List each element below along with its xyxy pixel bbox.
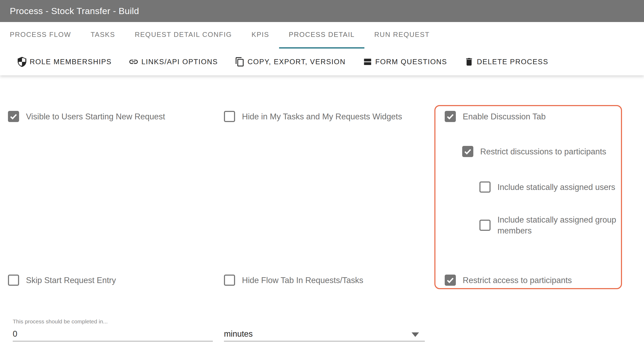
checkbox-include-static-users[interactable]: Include statically assigned users <box>479 181 615 193</box>
links-api-options-label: LINKS/API OPTIONS <box>141 58 218 66</box>
page-title: Process - Stock Transfer - Build <box>10 6 139 16</box>
discussion-highlight-box <box>434 105 622 289</box>
copy-export-version-label: COPY, EXPORT, VERSION <box>248 58 346 66</box>
duration-field-label: This process should be completed in... <box>13 318 108 325</box>
checkbox[interactable] <box>462 146 473 157</box>
checkbox[interactable] <box>479 181 491 193</box>
check-icon <box>446 276 455 285</box>
tab-tasks[interactable]: TASKS <box>81 22 125 49</box>
checkbox-hide-in-widgets[interactable]: Hide in My Tasks and My Requests Widgets <box>224 111 402 122</box>
shield-icon <box>17 57 27 67</box>
checkbox[interactable] <box>8 111 19 122</box>
toolbar: ROLE MEMBERSHIPS LINKS/API OPTIONS COPY,… <box>0 49 644 75</box>
checkbox[interactable] <box>479 220 491 231</box>
checkbox-restrict-discussions[interactable]: Restrict discussions to participants <box>462 146 606 157</box>
duration-unit-select[interactable]: minutes <box>224 327 425 341</box>
checkbox-restrict-access[interactable]: Restrict access to participants <box>445 275 572 286</box>
tab-run-request[interactable]: RUN REQUEST <box>364 22 439 49</box>
tab-process-detail[interactable]: PROCESS DETAIL <box>279 22 365 49</box>
check-icon <box>446 112 455 121</box>
links-api-options-button[interactable]: LINKS/API OPTIONS <box>129 57 218 67</box>
link-icon <box>129 57 139 67</box>
checkbox-label: Visible to Users Starting New Request <box>26 111 165 122</box>
form-questions-label: FORM QUESTIONS <box>375 58 447 66</box>
check-icon <box>9 112 18 121</box>
checkbox-visible-to-users[interactable]: Visible to Users Starting New Request <box>8 111 165 122</box>
tab-bar: PROCESS FLOW TASKS REQUEST DETAIL CONFIG… <box>0 22 644 49</box>
tab-process-flow[interactable]: PROCESS FLOW <box>0 22 81 49</box>
tab-kpis[interactable]: KPIS <box>242 22 279 49</box>
delete-process-button[interactable]: DELETE PROCESS <box>464 57 548 67</box>
copy-export-version-button[interactable]: COPY, EXPORT, VERSION <box>235 57 346 67</box>
checkbox-include-static-groups[interactable]: Include statically assigned group member… <box>479 214 623 236</box>
checkbox-label: Include statically assigned users <box>497 182 615 193</box>
checkbox-label: Skip Start Request Entry <box>26 275 116 286</box>
check-icon <box>463 147 472 156</box>
copy-icon <box>235 57 245 67</box>
checkbox-label: Hide Flow Tab In Requests/Tasks <box>242 275 363 286</box>
checkbox-skip-start-request[interactable]: Skip Start Request Entry <box>8 275 116 286</box>
checkbox[interactable] <box>445 111 456 122</box>
checkbox-hide-flow-tab[interactable]: Hide Flow Tab In Requests/Tasks <box>224 275 363 286</box>
role-memberships-button[interactable]: ROLE MEMBERSHIPS <box>17 57 112 67</box>
header: PROCESS FLOW TASKS REQUEST DETAIL CONFIG… <box>0 22 644 75</box>
checkbox-label: Hide in My Tasks and My Requests Widgets <box>242 111 402 122</box>
trash-icon <box>464 57 474 67</box>
checkbox-label: Include statically assigned group member… <box>497 214 622 236</box>
checkbox[interactable] <box>224 111 235 122</box>
delete-process-label: DELETE PROCESS <box>477 58 548 66</box>
dropdown-arrow-icon <box>412 332 419 337</box>
checkbox-label: Restrict discussions to participants <box>480 146 606 157</box>
checkbox[interactable] <box>8 275 19 286</box>
role-memberships-label: ROLE MEMBERSHIPS <box>30 58 112 66</box>
checkbox[interactable] <box>445 275 456 286</box>
checkbox[interactable] <box>224 275 235 286</box>
checkbox-label: Enable Discussion Tab <box>463 111 546 122</box>
duration-unit-value: minutes <box>224 329 253 339</box>
window-titlebar: Process - Stock Transfer - Build <box>0 0 644 22</box>
checkbox-label: Restrict access to participants <box>463 275 572 286</box>
tab-request-detail-config[interactable]: REQUEST DETAIL CONFIG <box>125 22 242 49</box>
form-questions-button[interactable]: FORM QUESTIONS <box>363 57 447 67</box>
duration-value-input[interactable] <box>13 327 213 341</box>
rows-icon <box>363 57 373 67</box>
checkbox-enable-discussion-tab[interactable]: Enable Discussion Tab <box>445 111 546 122</box>
